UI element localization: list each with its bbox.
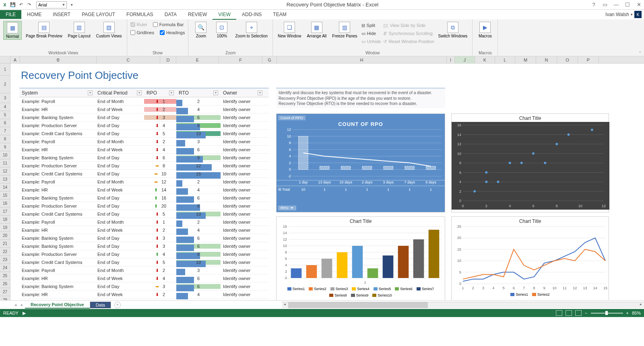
row-header[interactable]: 13 xyxy=(0,175,10,183)
row-header[interactable]: 27 xyxy=(0,288,10,296)
table-row[interactable]: Example: HREnd of Week⬇24Identify owner xyxy=(19,226,269,234)
ribbon-tab-page-layout[interactable]: PAGE LAYOUT xyxy=(76,10,121,19)
table-row[interactable]: Example: PayrollEnd of Month⬇12Identify … xyxy=(19,97,269,105)
filter-icon[interactable]: ▾ xyxy=(88,91,93,95)
column-header[interactable]: K xyxy=(475,56,495,63)
table-row[interactable]: Example: Credit Card SystemsEnd of Day➡1… xyxy=(19,170,269,178)
col-system[interactable]: System▾ xyxy=(19,90,95,96)
table-row[interactable]: Example: PayrollEnd of Month⬇23Identify … xyxy=(19,266,269,274)
ribbon-tab-home[interactable]: HOME xyxy=(21,10,47,19)
sheet-tab-data[interactable]: Data xyxy=(90,302,111,308)
chart-bar[interactable]: Chart Title 02468101214161 Series1Series… xyxy=(276,216,445,300)
ribbon-tab-add-ins[interactable]: ADD-INS xyxy=(236,10,267,19)
font-input[interactable] xyxy=(37,2,61,8)
column-header[interactable]: G xyxy=(262,56,277,63)
row-header[interactable]: 25 xyxy=(0,272,10,280)
undo-icon[interactable]: ↶ xyxy=(18,2,24,8)
column-header[interactable]: O xyxy=(557,56,578,63)
zoom-100-button[interactable]: ⊡100% xyxy=(213,21,231,39)
chart-filter[interactable]: RPO⏷ xyxy=(278,206,296,210)
row-header[interactable]: 17 xyxy=(0,208,10,216)
hide-button[interactable]: ▭ Hide xyxy=(361,30,381,37)
row-header[interactable]: 16 xyxy=(0,200,10,208)
column-header[interactable]: B xyxy=(20,56,97,63)
col-rpo[interactable]: RPO▾ xyxy=(144,90,176,96)
worksheet[interactable]: Recovery Point Objective System▾ Critica… xyxy=(10,64,644,300)
table-row[interactable]: Example: HREnd of Week⬇24Identify owner xyxy=(19,290,269,299)
filter-icon[interactable]: ▾ xyxy=(258,91,262,95)
filter-icon[interactable]: ▾ xyxy=(213,91,218,95)
headings-checkbox[interactable]: Headings xyxy=(160,29,185,36)
col-critical[interactable]: Critical Period▾ xyxy=(95,90,144,96)
save-icon[interactable]: 💾 xyxy=(10,2,16,8)
column-header[interactable]: N xyxy=(536,56,557,63)
select-all-corner[interactable] xyxy=(0,56,10,63)
normal-view-button[interactable]: ▦Normal xyxy=(3,21,22,40)
column-header[interactable]: A xyxy=(10,56,20,63)
table-row[interactable]: Example: Credit Card SystemsEnd of Day⬇5… xyxy=(19,210,269,218)
font-dropdown-icon[interactable]: ▼ xyxy=(61,3,66,7)
row-header[interactable]: 3 xyxy=(0,93,10,103)
chart-scatter[interactable]: Chart Title 0246810121416024681012 xyxy=(451,113,609,212)
filter-icon[interactable]: ▾ xyxy=(169,91,174,95)
horizontal-scrollbar[interactable]: ◂▸ xyxy=(282,302,644,308)
column-header[interactable]: E xyxy=(176,56,219,63)
column-header[interactable]: D xyxy=(160,56,176,63)
table-row[interactable]: Example: HREnd of Week⬇24Identify owner xyxy=(19,105,269,113)
row-header[interactable]: 8 xyxy=(0,135,10,143)
column-header[interactable]: M xyxy=(515,56,536,63)
user-account[interactable]: Ivan Walsh ▾ K xyxy=(603,11,644,18)
page-break-button[interactable]: ▤Page Break Preview xyxy=(24,21,64,39)
table-row[interactable]: Example: Credit Card SystemsEnd of Day⬇5… xyxy=(19,130,269,138)
ribbon-tab-view[interactable]: VIEW xyxy=(213,10,236,20)
collapse-ribbon-icon[interactable]: ⌃ xyxy=(638,51,642,55)
help-icon[interactable]: ? xyxy=(590,2,597,8)
zoom-out-icon[interactable]: − xyxy=(585,311,587,315)
chart-line[interactable]: Chart Title 0510152025123456789101112131… xyxy=(451,216,609,300)
col-rto[interactable]: RTO▾ xyxy=(176,90,221,96)
zoom-in-icon[interactable]: + xyxy=(626,311,629,315)
custom-views-button[interactable]: ▧Custom Views xyxy=(95,21,124,39)
sheet-tab-active[interactable]: Recovery Point Objective xyxy=(25,301,90,309)
table-row[interactable]: Example: Banking SystemEnd of Day⬇36Iden… xyxy=(19,234,269,242)
table-row[interactable]: Example: Credit Card SystemsEnd of Day⬇5… xyxy=(19,258,269,266)
zoom-level[interactable]: 85% xyxy=(632,311,641,315)
zoom-button[interactable]: 🔍Zoom xyxy=(192,21,210,39)
row-header[interactable]: 5 xyxy=(0,111,10,119)
row-header[interactable]: 4 xyxy=(0,103,10,111)
table-row[interactable]: Example: Production ServerEnd of Day⬆48I… xyxy=(19,250,269,258)
view-pagebreak-icon[interactable] xyxy=(575,310,582,316)
table-row[interactable]: Example: Production ServerEnd of Day⬆208… xyxy=(19,202,269,210)
column-header[interactable]: H xyxy=(277,56,447,63)
row-header[interactable]: 24 xyxy=(0,264,10,272)
column-header[interactable]: P xyxy=(578,56,599,63)
row-header[interactable]: 11 xyxy=(0,159,10,167)
new-sheet-icon[interactable]: + xyxy=(114,302,121,308)
qat-dropdown-icon[interactable]: ▾ xyxy=(68,2,75,8)
row-header[interactable]: 19 xyxy=(0,224,10,232)
row-header[interactable]: 26 xyxy=(0,280,10,288)
split-button[interactable]: ⊟ Split xyxy=(361,22,381,29)
row-header[interactable]: 15 xyxy=(0,192,10,200)
maximize-icon[interactable]: ☐ xyxy=(624,2,631,8)
ribbon-tab-insert[interactable]: INSERT xyxy=(47,10,76,19)
close-icon[interactable]: ✕ xyxy=(635,2,642,8)
tab-right-icon[interactable]: ▸ xyxy=(19,303,25,307)
table-row[interactable]: Example: PayrollEnd of Month⬇23Identify … xyxy=(19,138,269,146)
page-layout-button[interactable]: ▥Page Layout xyxy=(66,21,92,39)
row-header[interactable]: 20 xyxy=(0,232,10,240)
view-pagelayout-icon[interactable] xyxy=(566,310,572,316)
ribbon-tab-team[interactable]: TEAM xyxy=(267,10,292,19)
table-row[interactable]: Example: PayrollEnd of Month➡122Identify… xyxy=(19,178,269,186)
table-row[interactable]: Example: PayrollEnd of Month⬇12Identify … xyxy=(19,218,269,226)
table-row[interactable]: Example: HREnd of Week⬇46Identify owner xyxy=(19,146,269,154)
column-header[interactable]: C xyxy=(97,56,160,63)
formula-bar-checkbox[interactable]: Formula Bar xyxy=(153,21,184,28)
table-row[interactable]: Example: Banking SystemEnd of Day➡36Iden… xyxy=(19,282,269,290)
row-header[interactable]: 18 xyxy=(0,216,10,224)
ribbon-options-icon[interactable]: ▭ xyxy=(601,2,609,8)
row-header[interactable]: 12 xyxy=(0,167,10,175)
tab-left-icon[interactable]: ◂ xyxy=(12,303,19,307)
macros-button[interactable]: ▶Macros xyxy=(476,21,494,39)
col-owner[interactable]: Owner▾ xyxy=(221,90,265,96)
